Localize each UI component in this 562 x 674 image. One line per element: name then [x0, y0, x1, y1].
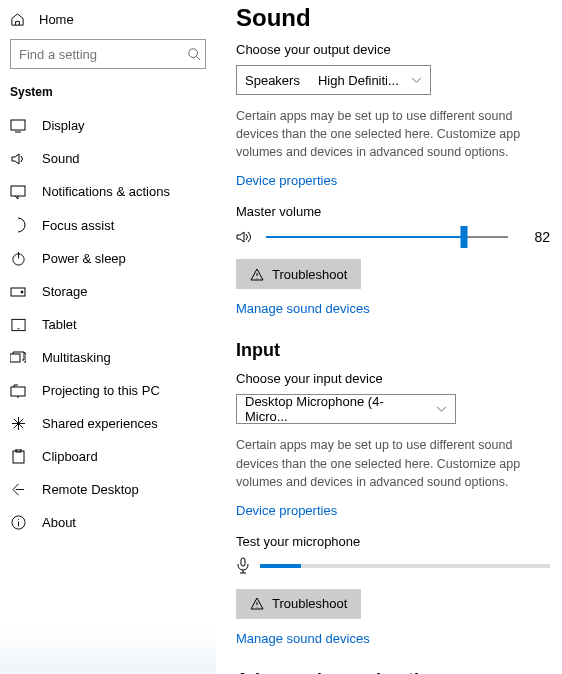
- svg-point-0: [189, 49, 198, 58]
- warning-icon: [250, 268, 264, 281]
- main-content: Sound Choose your output device Speakers…: [216, 0, 562, 674]
- search-icon: [187, 47, 201, 61]
- output-manage-devices-link[interactable]: Manage sound devices: [236, 301, 370, 316]
- master-volume-slider[interactable]: [266, 236, 508, 238]
- svg-rect-7: [10, 354, 20, 362]
- sidebar-item-focus-assist[interactable]: Focus assist: [0, 208, 216, 242]
- volume-icon[interactable]: [236, 229, 254, 245]
- sidebar-item-power[interactable]: Power & sleep: [0, 242, 216, 275]
- input-device-label: Choose your input device: [236, 371, 550, 386]
- page-title: Sound: [236, 4, 550, 32]
- sidebar-item-display[interactable]: Display: [0, 109, 216, 142]
- power-icon: [10, 251, 26, 266]
- section-heading: System: [0, 77, 216, 109]
- svg-rect-12: [241, 558, 245, 566]
- sidebar: Home System Display Sound Notifications …: [0, 0, 216, 674]
- master-volume-label: Master volume: [236, 204, 550, 219]
- shared-icon: [10, 416, 26, 431]
- svg-rect-8: [11, 387, 25, 396]
- sidebar-item-about[interactable]: About: [0, 506, 216, 539]
- multitasking-icon: [10, 351, 26, 364]
- sidebar-item-label: Sound: [42, 151, 80, 166]
- sidebar-item-label: Focus assist: [42, 218, 114, 233]
- sidebar-item-label: Notifications & actions: [42, 184, 170, 199]
- sidebar-item-storage[interactable]: Storage: [0, 275, 216, 308]
- search-input[interactable]: [10, 39, 206, 69]
- warning-icon: [250, 597, 264, 610]
- sidebar-item-label: Display: [42, 118, 85, 133]
- microphone-icon: [236, 557, 250, 575]
- sidebar-item-label: Remote Desktop: [42, 482, 139, 497]
- sidebar-item-tablet[interactable]: Tablet: [0, 308, 216, 341]
- input-description: Certain apps may be set up to use differ…: [236, 436, 550, 490]
- tablet-icon: [10, 318, 26, 332]
- sidebar-item-shared[interactable]: Shared experiences: [0, 407, 216, 440]
- output-description: Certain apps may be set up to use differ…: [236, 107, 550, 161]
- sidebar-item-label: About: [42, 515, 76, 530]
- focus-assist-icon: [10, 217, 26, 233]
- advanced-heading: Advanced sound options: [236, 670, 550, 674]
- display-icon: [10, 119, 26, 133]
- notifications-icon: [10, 185, 26, 199]
- sidebar-item-projecting[interactable]: Projecting to this PC: [0, 374, 216, 407]
- clipboard-icon: [10, 449, 26, 464]
- svg-point-5: [21, 291, 23, 293]
- sidebar-item-label: Multitasking: [42, 350, 111, 365]
- svg-rect-2: [11, 186, 25, 196]
- sidebar-item-label: Tablet: [42, 317, 77, 332]
- projecting-icon: [10, 384, 26, 398]
- search-field[interactable]: [19, 47, 187, 62]
- home-link[interactable]: Home: [0, 8, 216, 31]
- output-troubleshoot-button[interactable]: Troubleshoot: [236, 259, 361, 289]
- svg-rect-9: [13, 451, 24, 463]
- sidebar-item-clipboard[interactable]: Clipboard: [0, 440, 216, 473]
- sidebar-item-sound[interactable]: Sound: [0, 142, 216, 175]
- output-device-properties-link[interactable]: Device properties: [236, 173, 337, 188]
- home-label: Home: [39, 12, 74, 27]
- storage-icon: [10, 287, 26, 297]
- mic-level-bar: [260, 564, 550, 568]
- home-icon: [10, 12, 25, 27]
- input-device-select[interactable]: Desktop Microphone (4- Micro...: [236, 394, 456, 424]
- input-manage-devices-link[interactable]: Manage sound devices: [236, 631, 370, 646]
- input-heading: Input: [236, 340, 550, 361]
- output-device-label: Choose your output device: [236, 42, 550, 57]
- chevron-down-icon: [411, 77, 422, 84]
- sidebar-item-label: Projecting to this PC: [42, 383, 160, 398]
- about-icon: [10, 515, 26, 530]
- sidebar-item-label: Power & sleep: [42, 251, 126, 266]
- sidebar-item-remote[interactable]: Remote Desktop: [0, 473, 216, 506]
- sound-icon: [10, 152, 26, 166]
- input-troubleshoot-button[interactable]: Troubleshoot: [236, 589, 361, 619]
- test-mic-label: Test your microphone: [236, 534, 550, 549]
- sidebar-item-label: Clipboard: [42, 449, 98, 464]
- master-volume-value: 82: [520, 229, 550, 245]
- output-device-select[interactable]: Speakers High Definiti...: [236, 65, 431, 95]
- sidebar-item-multitasking[interactable]: Multitasking: [0, 341, 216, 374]
- svg-rect-1: [11, 120, 25, 130]
- sidebar-item-label: Storage: [42, 284, 88, 299]
- sidebar-item-label: Shared experiences: [42, 416, 158, 431]
- chevron-down-icon: [436, 406, 447, 413]
- sidebar-item-notifications[interactable]: Notifications & actions: [0, 175, 216, 208]
- remote-icon: [10, 482, 26, 497]
- input-device-properties-link[interactable]: Device properties: [236, 503, 337, 518]
